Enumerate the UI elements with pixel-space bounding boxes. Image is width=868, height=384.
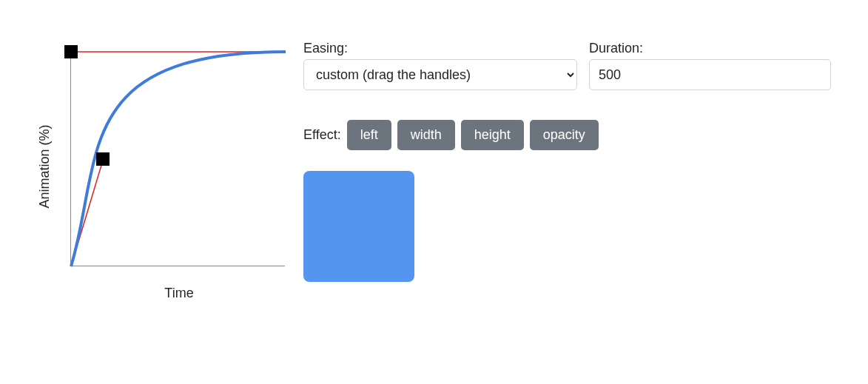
bezier-plot <box>70 52 285 266</box>
bezier-handle-1[interactable] <box>96 152 110 166</box>
effect-width-button[interactable]: width <box>397 120 455 150</box>
x-axis-label: Time <box>164 286 193 301</box>
bezier-editor: Animation (%) Time <box>37 41 289 292</box>
easing-select[interactable]: custom (drag the handles) <box>303 59 577 90</box>
effect-buttons: left width height opacity <box>347 120 599 150</box>
y-axis-label: Animation (%) <box>37 124 53 208</box>
duration-label: Duration: <box>589 41 831 56</box>
duration-input[interactable] <box>589 59 831 90</box>
effect-left-button[interactable]: left <box>347 120 391 150</box>
easing-label: Easing: <box>303 41 577 56</box>
preview-box <box>303 171 414 282</box>
bezier-handle-2[interactable] <box>64 45 78 58</box>
effect-height-button[interactable]: height <box>461 120 524 150</box>
effect-opacity-button[interactable]: opacity <box>530 120 599 150</box>
effect-label: Effect: <box>303 127 341 143</box>
